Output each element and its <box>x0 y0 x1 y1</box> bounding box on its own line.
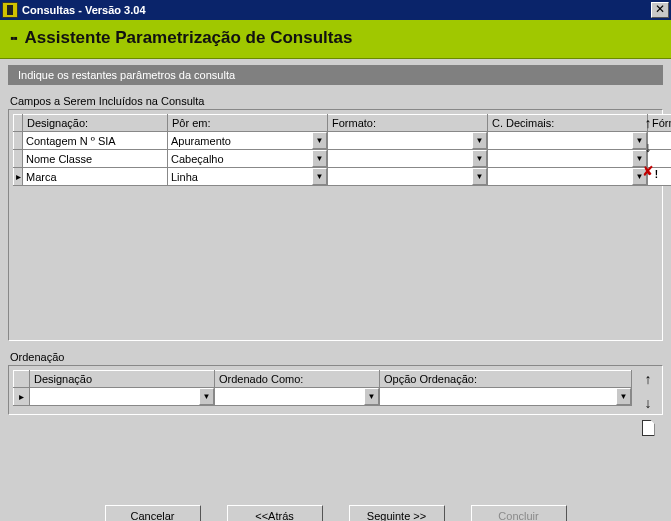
fields-header-rowhead <box>14 115 23 132</box>
title-bar: Consultas - Versão 3.04 ✕ <box>0 0 671 20</box>
table-row: ▼ ▼ ▼ ▼ ▼ <box>14 132 672 150</box>
dropdown-icon[interactable]: ▼ <box>312 132 327 149</box>
c-decimais-input[interactable] <box>488 132 632 149</box>
fields-side-tools: ↑ ↓ ✘ <box>638 116 658 180</box>
cancel-button[interactable]: Cancelar <box>105 505 201 522</box>
app-icon <box>2 2 18 18</box>
col-por-em[interactable]: Pôr em: <box>168 115 328 132</box>
col-ordenado-como[interactable]: Ordenado Como: <box>215 371 380 388</box>
dropdown-icon[interactable]: ▼ <box>472 168 487 185</box>
delete-row-icon[interactable]: ✘ <box>640 164 656 180</box>
dropdown-icon[interactable]: ▼ <box>616 388 631 405</box>
row-selector[interactable]: ▸ <box>14 168 23 186</box>
fields-table: Designação: Pôr em: Formato: C. Decimais… <box>13 114 671 186</box>
c-decimais-input[interactable] <box>488 150 632 167</box>
designacao-input[interactable] <box>23 168 167 185</box>
row-selector[interactable] <box>14 150 23 168</box>
order-panel: Designação Ordenado Como: Opção Ordenaçã… <box>8 365 663 415</box>
table-row: ▸ ▼ ▼ ▼ <box>14 388 632 406</box>
dropdown-icon[interactable]: ▼ <box>472 132 487 149</box>
designacao-input[interactable] <box>23 132 167 149</box>
fields-group-label: Campos a Serem Incluídos na Consulta <box>10 95 663 107</box>
wizard-title: Assistente Parametrização de Consultas <box>25 28 353 48</box>
instruction-bar: Indique os restantes parâmetros da consu… <box>8 65 663 85</box>
table-row: ▼ ▼ ▼ ▼ ▼ <box>14 150 672 168</box>
wizard-body: Indique os restantes parâmetros da consu… <box>0 59 671 492</box>
instruction-text: Indique os restantes parâmetros da consu… <box>18 69 235 81</box>
order-header-row: Designação Ordenado Como: Opção Ordenaçã… <box>14 371 632 388</box>
window-title: Consultas - Versão 3.04 <box>22 4 651 16</box>
header-bullet: ▪▪ <box>10 31 17 45</box>
order-header-rowhead <box>14 371 30 388</box>
formato-input[interactable] <box>328 168 472 185</box>
table-row: ▸ ▼ ▼ ▼ ▼ ▼ <box>14 168 672 186</box>
col-c-decimais[interactable]: C. Decimais: <box>488 115 648 132</box>
back-button[interactable]: << Atrás <box>227 505 323 522</box>
por-em-input[interactable] <box>168 132 312 149</box>
wizard-footer: Cancelar << Atrás Seguinte >> Concluir <box>0 492 671 521</box>
move-down-icon[interactable]: ↓ <box>640 396 656 412</box>
formato-input[interactable] <box>328 150 472 167</box>
dropdown-icon[interactable]: ▼ <box>199 388 214 405</box>
move-up-icon[interactable]: ↑ <box>640 116 656 132</box>
opcao-ordenacao-input[interactable] <box>380 388 616 405</box>
order-table: Designação Ordenado Como: Opção Ordenaçã… <box>13 370 632 406</box>
dropdown-icon[interactable]: ▼ <box>364 388 379 405</box>
next-button[interactable]: Seguinte >> <box>349 505 445 522</box>
new-row-icon[interactable] <box>640 420 656 436</box>
wizard-header: ▪▪ Assistente Parametrização de Consulta… <box>0 20 671 59</box>
designacao-input[interactable] <box>23 150 167 167</box>
por-em-input[interactable] <box>168 168 312 185</box>
order-group-label: Ordenação <box>10 351 663 363</box>
dropdown-icon[interactable]: ▼ <box>312 150 327 167</box>
col-opcao-ordenacao[interactable]: Opção Ordenação: <box>380 371 632 388</box>
por-em-input[interactable] <box>168 150 312 167</box>
ordenado-como-input[interactable] <box>215 388 364 405</box>
formato-input[interactable] <box>328 132 472 149</box>
col-ord-designacao[interactable]: Designação <box>30 371 215 388</box>
ord-designacao-input[interactable] <box>30 388 199 405</box>
close-button[interactable]: ✕ <box>651 2 669 18</box>
finish-button: Concluir <box>471 505 567 522</box>
row-selector[interactable] <box>14 132 23 150</box>
c-decimais-input[interactable] <box>488 168 632 185</box>
dropdown-icon[interactable]: ▼ <box>312 168 327 185</box>
col-formato[interactable]: Formato: <box>328 115 488 132</box>
move-up-icon[interactable]: ↑ <box>640 372 656 388</box>
move-down-icon[interactable]: ↓ <box>640 140 656 156</box>
order-side-tools: ↑ ↓ <box>638 372 658 436</box>
fields-header-row: Designação: Pôr em: Formato: C. Decimais… <box>14 115 672 132</box>
fields-panel: Designação: Pôr em: Formato: C. Decimais… <box>8 109 663 341</box>
row-selector[interactable]: ▸ <box>14 388 30 406</box>
dropdown-icon[interactable]: ▼ <box>472 150 487 167</box>
col-designacao[interactable]: Designação: <box>23 115 168 132</box>
